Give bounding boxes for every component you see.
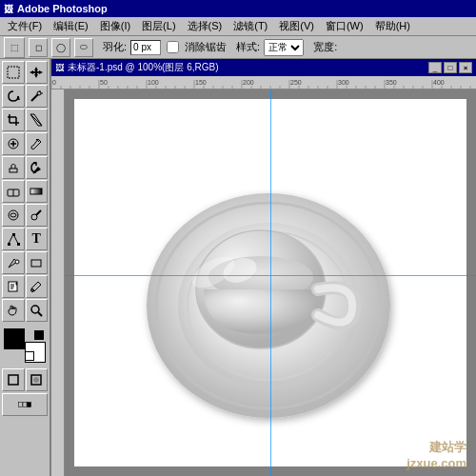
close-btn[interactable]: × (459, 62, 472, 73)
screen-mode-row (2, 393, 48, 416)
color-swatches (2, 327, 48, 365)
tool-row-7 (2, 204, 48, 227)
options-btn-4[interactable]: ⬭ (74, 38, 93, 57)
svg-rect-29 (31, 260, 41, 267)
svg-line-12 (30, 114, 42, 126)
healing-tool[interactable] (2, 132, 25, 155)
svg-point-35 (31, 306, 39, 313)
svg-text:300: 300 (338, 79, 349, 86)
mode-row (2, 368, 48, 391)
app-icon: 🖼 (4, 4, 13, 14)
document-title-left: 🖼 未标器-1.psd @ 100%(图层 6,RGB) (55, 61, 219, 74)
ruler-left (51, 89, 65, 476)
document-window: 🖼 未标器-1.psd @ 100%(图层 6,RGB) _ □ × 05010… (51, 59, 476, 476)
maximize-btn[interactable]: □ (444, 62, 457, 73)
foreground-color-swatch[interactable] (4, 328, 25, 349)
slice-tool[interactable] (26, 109, 49, 131)
document-title-bar: 🖼 未标器-1.psd @ 100%(图层 6,RGB) _ □ × (51, 59, 476, 76)
menu-select[interactable]: 选择(S) (182, 17, 228, 35)
default-colors-icon[interactable] (34, 330, 44, 340)
options-bar: ⬚ ◻ ◯ ⬭ 羽化: 消除锯齿 样式: 正常 宽度: (0, 36, 476, 59)
minimize-btn[interactable]: _ (428, 62, 442, 73)
brush-tool[interactable] (26, 132, 49, 155)
tool-row-1 (2, 61, 48, 84)
magic-wand-tool[interactable] (26, 85, 49, 108)
svg-rect-0 (8, 67, 19, 78)
menu-layer[interactable]: 图层(L) (136, 17, 181, 35)
screen-mode-btn[interactable] (2, 393, 48, 416)
cup-illustration (128, 149, 413, 434)
options-btn-1[interactable]: ⬚ (4, 37, 25, 58)
eraser-tool[interactable] (2, 180, 25, 203)
menu-window[interactable]: 窗口(W) (320, 17, 369, 35)
move-tool[interactable] (26, 61, 49, 84)
doc-icon: 🖼 (55, 63, 64, 72)
pen-tool[interactable] (2, 251, 25, 274)
svg-text:200: 200 (243, 79, 254, 86)
tool-row-2 (2, 85, 48, 108)
svg-text:0: 0 (52, 79, 56, 86)
marquee-tool[interactable] (2, 61, 25, 84)
dodge-tool[interactable] (26, 204, 49, 227)
antialias-label: 消除锯齿 (185, 40, 227, 54)
svg-point-39 (33, 377, 39, 383)
svg-rect-40 (19, 403, 23, 407)
svg-text:50: 50 (100, 79, 108, 86)
shape-tool[interactable] (26, 251, 49, 274)
svg-rect-25 (8, 243, 10, 246)
doc-title: 未标器-1.psd @ 100%(图层 6,RGB) (68, 61, 219, 74)
standard-mode-btn[interactable] (2, 368, 25, 391)
style-select[interactable]: 正常 (264, 39, 304, 56)
menu-file[interactable]: 文件(F) (2, 17, 48, 35)
menu-image[interactable]: 图像(I) (94, 17, 136, 35)
document-controls: _ □ × (428, 62, 472, 73)
svg-rect-27 (17, 243, 20, 246)
notes-tool[interactable] (2, 275, 25, 298)
feather-label: 羽化: (103, 40, 127, 54)
svg-point-28 (15, 260, 19, 264)
canvas-area[interactable]: 建站学 jzxue.com (65, 89, 476, 476)
crop-tool[interactable] (2, 109, 25, 131)
type-tool[interactable]: T (26, 228, 49, 250)
stamp-tool[interactable] (2, 156, 25, 179)
svg-rect-20 (30, 188, 42, 194)
tool-row-4 (2, 132, 48, 155)
menu-help[interactable]: 帮助(H) (369, 17, 416, 35)
feather-input[interactable] (130, 40, 161, 55)
svg-text:150: 150 (195, 79, 207, 86)
tool-row-6 (2, 180, 48, 203)
menu-edit[interactable]: 编辑(E) (48, 17, 94, 35)
history-brush-tool[interactable] (26, 156, 49, 179)
lasso-tool[interactable] (2, 85, 25, 108)
svg-text:250: 250 (290, 79, 302, 86)
hand-tool[interactable] (2, 299, 25, 322)
style-label: 样式: (236, 40, 260, 54)
main-area: T (0, 59, 476, 476)
svg-point-22 (10, 213, 16, 217)
tool-row-3 (2, 109, 48, 131)
app-title: Adobe Photoshop (17, 3, 108, 14)
quick-mask-btn[interactable] (26, 368, 49, 391)
menu-filter[interactable]: 滤镜(T) (228, 17, 273, 35)
ruler-top: 050100150200250300350400 (51, 76, 476, 89)
antialias-checkbox[interactable] (167, 41, 179, 53)
options-btn-3[interactable]: ◯ (51, 38, 70, 57)
gradient-tool[interactable] (26, 180, 49, 203)
svg-line-36 (38, 312, 42, 316)
quick-mask-icon (25, 351, 34, 361)
swatch-container (4, 328, 46, 363)
tool-row-11 (2, 299, 48, 322)
eyedropper-tool[interactable] (26, 275, 49, 298)
svg-line-2 (18, 96, 19, 100)
options-btn-2[interactable]: ◻ (29, 38, 48, 57)
menu-view[interactable]: 视图(V) (273, 17, 320, 35)
blur-tool[interactable] (2, 204, 25, 227)
zoom-tool[interactable] (26, 299, 49, 322)
svg-line-24 (36, 210, 41, 215)
svg-marker-1 (30, 67, 43, 78)
tool-row-8: T (2, 228, 48, 250)
path-tool[interactable] (2, 228, 25, 250)
canvas-background (74, 99, 466, 466)
tool-row-10 (2, 275, 48, 298)
svg-text:100: 100 (148, 79, 159, 86)
